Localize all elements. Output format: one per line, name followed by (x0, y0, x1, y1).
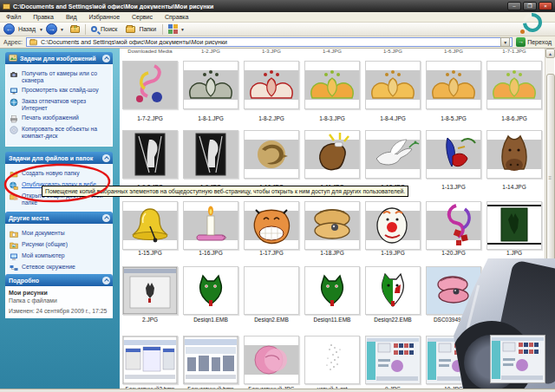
thumbnail-Безымянный.bmp[interactable] (183, 336, 238, 384)
task-label[interactable]: Мой компьютер (22, 252, 64, 259)
thumbnail-Design1.EMB[interactable] (183, 266, 238, 315)
file-label-partial[interactable]: 1-3.JPG (241, 49, 302, 56)
menu-item-4[interactable]: Сервис (126, 14, 159, 20)
minimize-button[interactable]: – (507, 2, 521, 10)
task-label[interactable]: Рисунки (общие) (22, 241, 68, 248)
file-label[interactable]: 2.JPG (120, 317, 180, 323)
task-slideshow[interactable]: Просмотреть как слайд-шоу (10, 87, 108, 95)
thumbnail-1-8-5.JPG[interactable] (426, 61, 481, 109)
address-input[interactable]: C:\Documents and Settings\мой офис\Мои д… (26, 37, 513, 47)
task-camera[interactable]: Получить от камеры или со сканера (10, 70, 108, 84)
task-label[interactable]: Заказ отпечатков через Интернет (22, 98, 108, 112)
thumbnail-Безымянный2.bmp[interactable] (122, 336, 178, 384)
menu-item-1[interactable]: Правка (27, 14, 60, 20)
task-printer[interactable]: Печать изображений (10, 114, 108, 123)
scrollbar-thumb[interactable] (546, 74, 555, 286)
task-cd[interactable]: Копировать все объекты на компакт-диск (10, 126, 108, 140)
file-label-partial[interactable]: 1-7-1.JPG (484, 49, 545, 56)
thumbnail-1-19.JPG[interactable] (365, 201, 421, 250)
menu-item-3[interactable]: Избранное (83, 14, 126, 20)
thumbnail-1-8-6.JPG[interactable] (486, 61, 542, 109)
thumbnail-1-18.JPG[interactable] (304, 201, 360, 250)
thumbnail-9.JPG[interactable] (365, 336, 421, 384)
file-label[interactable]: 1-7-2.JPG (120, 115, 180, 121)
maximize-button[interactable]: ❐ (523, 2, 537, 10)
task-network[interactable]: Сетевое окружение (10, 264, 108, 272)
views-icon[interactable] (168, 24, 178, 34)
file-label[interactable]: 1-19.JPG (362, 250, 423, 256)
back-button[interactable]: Назад (18, 26, 36, 32)
file-label[interactable]: Design2.EMB (241, 317, 302, 323)
task-prints[interactable]: Заказ отпечатков через Интернет (10, 98, 108, 112)
file-label-partial[interactable]: 1-2.JPG (180, 49, 241, 56)
thumbnail-1-15.JPG[interactable] (122, 201, 178, 250)
file-label[interactable]: 1-15.JPG (120, 250, 180, 256)
menu-item-0[interactable]: Файл (0, 14, 27, 20)
file-label[interactable]: 1.JPG (484, 250, 545, 256)
thumbnail-1-8-2.JPG[interactable] (244, 61, 299, 109)
up-folder-icon[interactable]: ↑ (70, 26, 80, 33)
go-button[interactable]: → Переход (516, 37, 552, 47)
thumbnail-1-10.JPG[interactable] (244, 130, 299, 179)
thumbnail-1-17.JPG[interactable] (244, 201, 299, 250)
task-label[interactable]: Печать изображений (22, 114, 79, 121)
task-label[interactable]: Получить от камеры или со сканера (22, 70, 108, 84)
file-label[interactable]: 1-14.JPG (484, 184, 545, 190)
thumbnail-1-16.JPG[interactable] (183, 201, 238, 250)
task-folder-pics[interactable]: Рисунки (общие) (10, 241, 108, 250)
folders-button[interactable]: Папки (139, 26, 156, 32)
scroll-up-icon[interactable]: ▲ (545, 49, 555, 58)
thumbnail-1-9.JPG[interactable] (183, 130, 238, 179)
search-icon[interactable] (91, 26, 97, 32)
views-dropdown-icon[interactable]: ▼ (180, 27, 185, 32)
folders-icon[interactable] (126, 26, 135, 33)
menu-item-2[interactable]: Вид (60, 14, 83, 20)
file-label[interactable]: Design11.EMB (302, 317, 362, 323)
task-label[interactable]: Копировать все объекты на компакт-диск (22, 126, 108, 140)
file-label[interactable]: 1-18.JPG (302, 250, 362, 256)
collapse-chevron-icon[interactable] (102, 154, 110, 162)
thumbnail-новый-1.cpt[interactable] (304, 336, 360, 384)
panel-header-3[interactable]: Подробно (5, 274, 113, 286)
thumbnail-1-12.JPG[interactable] (365, 130, 421, 179)
collapse-chevron-icon[interactable] (102, 55, 110, 62)
file-label[interactable]: 1-16.JPG (180, 250, 241, 256)
file-label[interactable]: 1-20.JPG (423, 250, 484, 256)
close-button[interactable]: × (539, 2, 552, 10)
thumbnail-1-20.JPG[interactable] (426, 201, 481, 250)
thumbnail-1-13.JPG[interactable] (426, 130, 481, 179)
file-label[interactable]: Design22.EMB (362, 317, 423, 323)
file-label-partial[interactable]: 1-6.JPG (423, 49, 484, 56)
collapse-chevron-icon[interactable] (102, 277, 110, 284)
thumbnail-1-9-2.JPG[interactable] (122, 130, 178, 179)
file-label-partial[interactable]: 1-4.JPG (302, 49, 362, 56)
file-label[interactable]: 1-8-6.JPG (484, 115, 545, 121)
collapse-chevron-icon[interactable] (102, 214, 110, 222)
back-dropdown-icon[interactable]: ▼ (39, 27, 43, 32)
thumbnail-Design11.EMB[interactable] (304, 266, 360, 315)
task-new-folder[interactable]: Создать новую папку (10, 170, 108, 179)
file-label[interactable]: 1-8-2.JPG (241, 115, 302, 121)
file-label[interactable]: 1-8-1.JPG (180, 115, 241, 121)
thumbnail-1-11.JPG[interactable] (304, 130, 360, 179)
panel-header-2[interactable]: Другие места (5, 212, 113, 224)
panel-header-0[interactable]: Задачи для изображений (5, 52, 113, 64)
thumbnail-1-8-3.JPG[interactable] (304, 61, 360, 109)
thumbnail-Design22.EMB[interactable] (365, 266, 421, 315)
file-label[interactable]: 1-13.JPG (423, 184, 484, 190)
file-label-partial[interactable]: Downloaded Media (120, 49, 180, 56)
forward-dropdown-icon[interactable]: ▼ (60, 27, 64, 32)
thumbnail-2.JPG[interactable] (122, 266, 178, 315)
task-folder-docs[interactable]: Мои документы (10, 230, 108, 238)
panel-header-1[interactable]: Задачи для файлов и папок (5, 152, 113, 164)
file-label[interactable]: 1-8-5.JPG (423, 115, 484, 121)
task-label[interactable]: Просмотреть как слайд-шоу (22, 87, 99, 94)
address-dropdown-icon[interactable]: ▼ (500, 37, 510, 47)
search-button[interactable]: Поиск (101, 26, 117, 32)
thumbnail-Design2.EMB[interactable] (244, 266, 299, 315)
file-label[interactable]: 1-17.JPG (241, 250, 302, 256)
thumbnail-1.JPG[interactable] (486, 201, 542, 250)
task-label[interactable]: Создать новую папку (22, 170, 80, 177)
file-label[interactable]: 1-8-3.JPG (302, 115, 362, 121)
task-my-computer[interactable]: Мой компьютер (10, 252, 108, 261)
